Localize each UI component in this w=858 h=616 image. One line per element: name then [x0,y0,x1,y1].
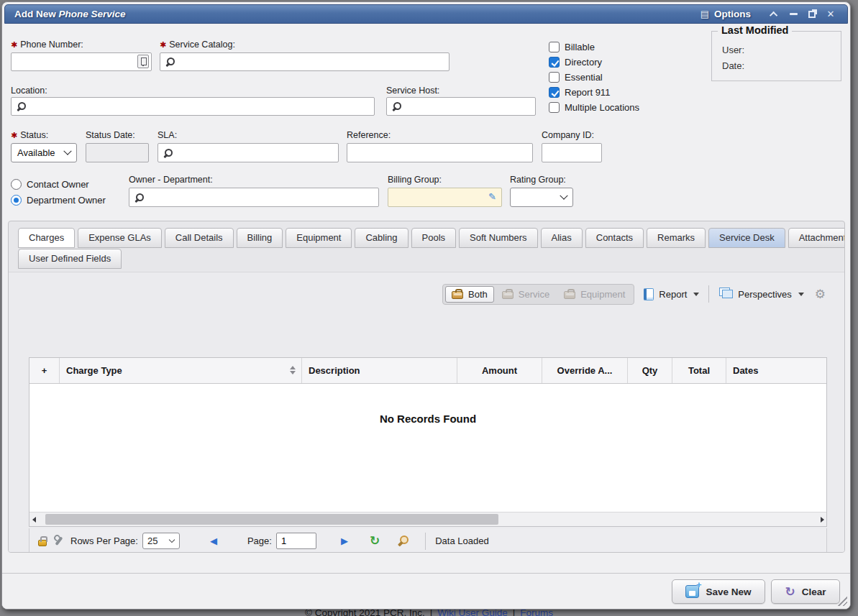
next-page-button[interactable]: ▶ [341,535,348,546]
caret-down-icon [798,293,804,296]
checkbox-icon[interactable] [549,42,560,52]
column-qty[interactable]: Qty [628,358,672,383]
triangle-right-icon [821,517,824,523]
column-description[interactable]: Description [302,358,457,383]
tab-billing[interactable]: Billing [237,228,283,248]
filter-service[interactable]: Service [496,286,556,303]
filter-group: Both Service Equipment [442,284,634,305]
tab-expense-glas[interactable]: Expense GLAs [78,228,162,248]
reference-input[interactable] [347,143,533,162]
dialog-titlebar[interactable]: Add New Phone Service ▤ Options ✕ [4,4,848,24]
prev-page-button[interactable]: ◀ [210,535,217,546]
required-asterisk: ✱ [11,40,17,49]
flag-multiple-locations[interactable]: Multiple Locations [549,100,639,115]
column-label: Description [309,365,360,376]
column-total[interactable]: Total [672,358,726,383]
rating-group-select[interactable] [510,188,573,207]
tab-remarks[interactable]: Remarks [647,228,706,248]
charges-toolbar: Both Service Equipment Report Perspectiv… [442,282,826,305]
lock-icon[interactable] [38,540,47,546]
phone-number-input[interactable] [11,52,152,71]
owner-department-input[interactable] [129,188,379,207]
tab-pools[interactable]: Pools [411,228,457,248]
tab-cabling[interactable]: Cabling [355,228,408,248]
wrench-icon[interactable] [53,535,64,546]
search-icon [164,149,173,158]
checkbox-checked-icon[interactable] [549,87,560,98]
flag-report-911[interactable]: Report 911 [549,85,639,100]
service-host-input[interactable] [386,97,536,116]
close-button[interactable]: ✕ [821,7,840,22]
filter-equipment[interactable]: Equipment [557,286,631,303]
radio-contact-owner[interactable]: Contact Owner [11,176,106,192]
rows-per-page-label: Rows Per Page: [70,535,138,546]
scroll-left-button[interactable] [29,512,38,526]
horizontal-scrollbar[interactable] [29,512,826,526]
tab-call-details[interactable]: Call Details [165,228,234,248]
filter-both[interactable]: Both [445,286,494,303]
search-icon [135,193,145,203]
tab-user-defined-fields[interactable]: User Defined Fields [18,249,122,269]
save-new-button[interactable]: Save New [672,579,765,604]
pagination-bar: Rows Per Page: 25 ◀ Page: ▶ ↻ Data Loade… [29,528,827,553]
save-icon [685,585,699,598]
column-amount[interactable]: Amount [457,358,542,383]
checkbox-checked-icon[interactable] [549,57,560,68]
column-add[interactable]: + [29,358,60,383]
location-input[interactable] [11,97,375,116]
options-button[interactable]: ▤ Options [700,9,751,19]
toolbox-icon [564,291,575,299]
service-catalog-input[interactable] [160,52,449,71]
edit-pencil-icon[interactable]: ✎ [488,191,496,202]
minimize-icon [790,13,798,15]
search-records-icon[interactable] [398,535,409,546]
tab-service-desk[interactable]: Service Desk [708,228,785,248]
service-host-label: Service Host: [386,86,439,96]
tab-charges[interactable]: Charges [18,228,75,248]
billing-group-label: Billing Group: [388,175,442,185]
dialog-footer: Save New ↻ Clear [2,573,850,609]
page-input[interactable] [276,533,316,549]
filter-label: Equipment [580,289,625,300]
phone-number-label: ✱Phone Number: [11,40,83,50]
flag-essential[interactable]: Essential [549,70,639,85]
company-id-input[interactable] [542,143,602,162]
radio-icon[interactable] [11,179,22,190]
last-modified-panel: Last Modified User: Date: [711,31,841,81]
column-override-a[interactable]: Override A... [542,358,628,383]
column-dates[interactable]: Dates [726,358,826,383]
toolbar-separator [708,285,709,303]
status-select[interactable]: Available [11,143,77,162]
flag-billable[interactable]: Billable [549,40,639,55]
minimize-button[interactable] [784,7,803,22]
tab-contacts[interactable]: Contacts [585,228,644,248]
gear-icon[interactable]: ⚙ [815,287,826,302]
caret-down-icon [693,293,699,296]
scrollbar-thumb[interactable] [45,514,498,525]
close-icon: ✕ [827,9,835,19]
sla-input[interactable] [158,143,339,162]
tab-equipment[interactable]: Equipment [286,228,352,248]
tab-alias[interactable]: Alias [541,228,583,248]
checkbox-icon[interactable] [549,72,560,83]
clear-button[interactable]: ↻ Clear [771,579,840,604]
column-charge-type[interactable]: Charge Type [60,358,302,383]
scroll-right-button[interactable] [818,512,826,526]
sort-icon[interactable] [290,366,296,374]
tab-soft-numbers[interactable]: Soft Numbers [459,228,537,248]
phone-lookup-icon[interactable] [137,55,149,68]
load-status: Data Loaded [435,535,488,546]
radio-department-owner[interactable]: Department Owner [11,192,106,208]
column-label: + [42,365,47,376]
column-label: Dates [733,365,758,376]
refresh-icon[interactable]: ↻ [370,535,380,547]
rows-per-page-select[interactable]: 25 [142,533,180,549]
tab-attachments[interactable]: Attachments [788,228,845,248]
perspectives-button[interactable]: Perspectives [716,288,806,301]
checkbox-icon[interactable] [549,102,560,113]
collapse-button[interactable] [765,7,784,22]
popout-button[interactable] [803,7,821,22]
flag-directory[interactable]: Directory [549,55,639,70]
report-button[interactable]: Report [641,287,702,302]
radio-selected-icon[interactable] [11,195,22,206]
